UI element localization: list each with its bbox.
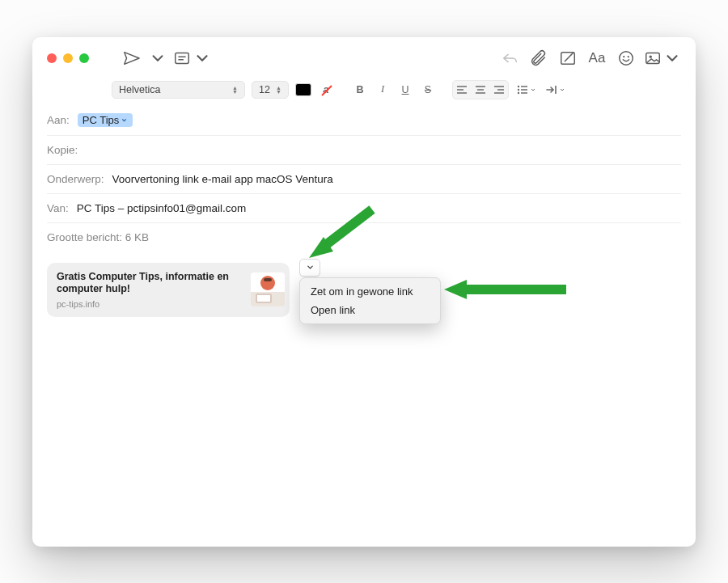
link-preview-thumbnail [251, 272, 285, 306]
minimize-window-button[interactable] [63, 53, 73, 63]
italic-button[interactable]: I [375, 82, 391, 98]
close-window-button[interactable] [47, 53, 57, 63]
indent-button[interactable] [544, 82, 567, 98]
subject-label: Onderwerp: [47, 173, 104, 185]
header-fields-button[interactable] [173, 47, 211, 70]
stepper-icon: ▲▼ [276, 86, 281, 94]
from-value: PC Tips – pctipsinfo01@gmail.com [77, 202, 247, 214]
svg-point-19 [518, 85, 519, 87]
format-button[interactable]: Aa [586, 47, 608, 70]
underline-button[interactable]: U [397, 82, 413, 98]
to-row[interactable]: Aan: PC Tips [47, 105, 681, 136]
send-button[interactable] [120, 47, 142, 70]
svg-rect-0 [176, 53, 189, 63]
strikethrough-button[interactable]: S [420, 82, 436, 98]
chevron-down-icon [121, 116, 128, 124]
svg-line-26 [324, 209, 372, 247]
subject-value: Voorvertoning link e-mail app macOS Vent… [112, 173, 333, 185]
zoom-window-button[interactable] [79, 53, 89, 63]
to-label: Aan: [47, 114, 70, 126]
photo-browser-button[interactable] [644, 47, 681, 70]
format-bar: Helvetica ▲▼ 12 ▲▼ a B I U S [32, 79, 696, 105]
text-background-color-button[interactable]: a [318, 82, 334, 98]
emoji-button[interactable] [615, 47, 637, 70]
svg-line-9 [322, 86, 332, 95]
svg-marker-29 [444, 280, 467, 299]
menu-item-convert-to-plain-link[interactable]: Zet om in gewone link [304, 282, 436, 301]
message-body[interactable]: Gratis Computer Tips, informatie en comp… [32, 251, 696, 328]
svg-point-23 [518, 91, 519, 93]
list-style-button[interactable] [515, 82, 538, 98]
from-label: Van: [47, 202, 69, 214]
font-size-select[interactable]: 12 ▲▼ [252, 81, 289, 99]
window-controls [47, 53, 89, 63]
compose-window: Aa Helvetica ▲▼ 12 ▲▼ a B I U S [32, 37, 696, 547]
svg-point-21 [518, 88, 519, 90]
align-right-button[interactable] [491, 82, 507, 98]
subject-row[interactable]: Onderwerp: Voorvertoning link e-mail app… [47, 165, 681, 194]
link-preview-title: Gratis Computer Tips, informatie en comp… [57, 271, 244, 296]
link-preview-card[interactable]: Gratis Computer Tips, informatie en comp… [47, 263, 290, 317]
cc-row[interactable]: Kopie: [47, 136, 681, 165]
send-options-chevron[interactable] [149, 47, 167, 70]
attach-button[interactable] [527, 47, 550, 70]
annotation-arrow [441, 277, 570, 302]
message-size-label: Grootte bericht: 6 KB [47, 231, 149, 243]
font-family-select[interactable]: Helvetica ▲▼ [112, 81, 245, 99]
reply-icon [498, 47, 521, 70]
align-center-button[interactable] [472, 82, 489, 98]
svg-point-8 [650, 55, 652, 57]
cc-label: Kopie: [47, 144, 78, 156]
stepper-icon: ▲▼ [232, 86, 238, 94]
recipient-token[interactable]: PC Tips [78, 113, 133, 127]
svg-point-4 [620, 51, 633, 65]
annotation-arrow [299, 205, 380, 265]
link-preview-domain: pc-tips.info [57, 299, 244, 309]
titlebar: Aa [32, 37, 696, 79]
svg-point-5 [623, 56, 624, 57]
link-preview-context-menu: Zet om in gewone link Open link [299, 277, 441, 324]
markup-button[interactable] [557, 47, 579, 70]
bold-button[interactable]: B [352, 82, 368, 98]
menu-item-open-link[interactable]: Open link [304, 301, 436, 319]
text-color-swatch[interactable] [295, 83, 311, 96]
text-align-group [452, 80, 509, 99]
svg-point-6 [628, 56, 629, 57]
align-left-button[interactable] [454, 82, 470, 98]
